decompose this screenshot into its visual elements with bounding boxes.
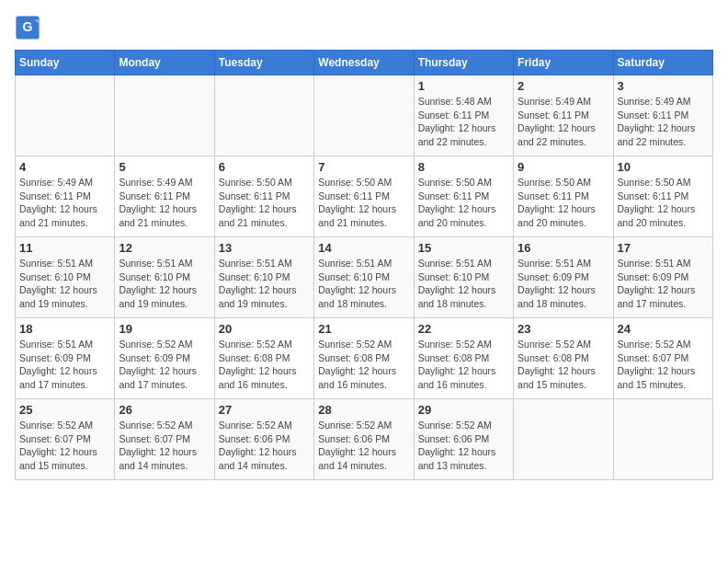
day-number: 11 [19,241,110,255]
day-info: Sunrise: 5:49 AMSunset: 6:11 PMDaylight:… [19,176,110,230]
day-number: 25 [19,403,110,417]
day-number: 23 [518,322,609,336]
header-row: SundayMondayTuesdayWednesdayThursdayFrid… [16,51,713,75]
day-info: Sunrise: 5:52 AMSunset: 6:06 PMDaylight:… [418,419,509,473]
day-number: 9 [518,160,609,174]
header-cell-thursday: Thursday [414,51,513,75]
day-info: Sunrise: 5:52 AMSunset: 6:07 PMDaylight:… [19,419,110,473]
day-number: 19 [119,322,210,336]
day-info: Sunrise: 5:51 AMSunset: 6:10 PMDaylight:… [19,257,110,311]
calendar-cell [613,399,712,480]
day-info: Sunrise: 5:48 AMSunset: 6:11 PMDaylight:… [418,95,509,149]
calendar-cell [115,75,214,156]
header-cell-friday: Friday [514,51,613,75]
calendar-week-3: 11Sunrise: 5:51 AMSunset: 6:10 PMDayligh… [16,237,713,318]
calendar-cell [314,75,414,156]
calendar-week-1: 1Sunrise: 5:48 AMSunset: 6:11 PMDaylight… [16,75,713,156]
day-number: 4 [19,160,110,174]
header-cell-wednesday: Wednesday [314,51,414,75]
day-info: Sunrise: 5:51 AMSunset: 6:09 PMDaylight:… [19,338,110,392]
calendar-cell: 19Sunrise: 5:52 AMSunset: 6:09 PMDayligh… [115,318,214,399]
calendar-cell: 8Sunrise: 5:50 AMSunset: 6:11 PMDaylight… [414,156,513,237]
svg-text:G: G [23,19,33,34]
day-info: Sunrise: 5:52 AMSunset: 6:08 PMDaylight:… [518,338,609,392]
day-info: Sunrise: 5:51 AMSunset: 6:10 PMDaylight:… [219,257,310,311]
calendar-cell: 12Sunrise: 5:51 AMSunset: 6:10 PMDayligh… [115,237,214,318]
logo-icon: G [15,15,40,40]
day-info: Sunrise: 5:49 AMSunset: 6:11 PMDaylight:… [119,176,210,230]
logo: G [15,15,44,40]
day-number: 28 [318,403,409,417]
calendar-body: 1Sunrise: 5:48 AMSunset: 6:11 PMDaylight… [16,75,713,480]
header-cell-sunday: Sunday [16,51,115,75]
day-number: 27 [219,403,310,417]
calendar-table: SundayMondayTuesdayWednesdayThursdayFrid… [15,50,713,480]
calendar-cell: 20Sunrise: 5:52 AMSunset: 6:08 PMDayligh… [214,318,313,399]
day-info: Sunrise: 5:50 AMSunset: 6:11 PMDaylight:… [318,176,409,230]
calendar-cell: 6Sunrise: 5:50 AMSunset: 6:11 PMDaylight… [214,156,313,237]
page-header: G [15,15,713,40]
day-number: 26 [119,403,210,417]
day-number: 1 [418,79,509,93]
calendar-cell: 28Sunrise: 5:52 AMSunset: 6:06 PMDayligh… [314,399,414,480]
calendar-cell: 11Sunrise: 5:51 AMSunset: 6:10 PMDayligh… [16,237,115,318]
calendar-cell: 10Sunrise: 5:50 AMSunset: 6:11 PMDayligh… [613,156,712,237]
calendar-cell: 5Sunrise: 5:49 AMSunset: 6:11 PMDaylight… [115,156,214,237]
day-number: 10 [618,160,709,174]
calendar-cell: 7Sunrise: 5:50 AMSunset: 6:11 PMDaylight… [314,156,414,237]
calendar-cell: 14Sunrise: 5:51 AMSunset: 6:10 PMDayligh… [314,237,414,318]
calendar-cell [214,75,313,156]
day-number: 7 [318,160,409,174]
day-info: Sunrise: 5:51 AMSunset: 6:09 PMDaylight:… [618,257,709,311]
calendar-cell: 15Sunrise: 5:51 AMSunset: 6:10 PMDayligh… [414,237,513,318]
calendar-cell: 16Sunrise: 5:51 AMSunset: 6:09 PMDayligh… [514,237,613,318]
day-number: 24 [618,322,709,336]
calendar-week-5: 25Sunrise: 5:52 AMSunset: 6:07 PMDayligh… [16,399,713,480]
calendar-cell: 29Sunrise: 5:52 AMSunset: 6:06 PMDayligh… [414,399,513,480]
calendar-cell: 24Sunrise: 5:52 AMSunset: 6:07 PMDayligh… [613,318,712,399]
calendar-cell: 18Sunrise: 5:51 AMSunset: 6:09 PMDayligh… [16,318,115,399]
day-info: Sunrise: 5:51 AMSunset: 6:10 PMDaylight:… [318,257,409,311]
day-info: Sunrise: 5:50 AMSunset: 6:11 PMDaylight:… [618,176,709,230]
day-number: 12 [119,241,210,255]
calendar-cell [514,399,613,480]
calendar-week-4: 18Sunrise: 5:51 AMSunset: 6:09 PMDayligh… [16,318,713,399]
calendar-cell: 17Sunrise: 5:51 AMSunset: 6:09 PMDayligh… [613,237,712,318]
day-info: Sunrise: 5:50 AMSunset: 6:11 PMDaylight:… [518,176,609,230]
header-cell-tuesday: Tuesday [214,51,313,75]
day-info: Sunrise: 5:51 AMSunset: 6:09 PMDaylight:… [518,257,609,311]
day-info: Sunrise: 5:51 AMSunset: 6:10 PMDaylight:… [119,257,210,311]
day-info: Sunrise: 5:52 AMSunset: 6:07 PMDaylight:… [618,338,709,392]
day-number: 20 [219,322,310,336]
day-number: 2 [518,79,609,93]
day-number: 17 [618,241,709,255]
day-number: 22 [418,322,509,336]
calendar-cell: 1Sunrise: 5:48 AMSunset: 6:11 PMDaylight… [414,75,513,156]
calendar-week-2: 4Sunrise: 5:49 AMSunset: 6:11 PMDaylight… [16,156,713,237]
day-number: 3 [618,79,709,93]
calendar-cell: 27Sunrise: 5:52 AMSunset: 6:06 PMDayligh… [214,399,313,480]
calendar-cell: 3Sunrise: 5:49 AMSunset: 6:11 PMDaylight… [613,75,712,156]
day-info: Sunrise: 5:49 AMSunset: 6:11 PMDaylight:… [518,95,609,149]
calendar-cell: 9Sunrise: 5:50 AMSunset: 6:11 PMDaylight… [514,156,613,237]
day-info: Sunrise: 5:52 AMSunset: 6:08 PMDaylight:… [418,338,509,392]
calendar-cell: 2Sunrise: 5:49 AMSunset: 6:11 PMDaylight… [514,75,613,156]
day-number: 15 [418,241,509,255]
calendar-cell: 22Sunrise: 5:52 AMSunset: 6:08 PMDayligh… [414,318,513,399]
calendar-cell: 26Sunrise: 5:52 AMSunset: 6:07 PMDayligh… [115,399,214,480]
day-info: Sunrise: 5:49 AMSunset: 6:11 PMDaylight:… [618,95,709,149]
day-number: 13 [219,241,310,255]
day-number: 29 [418,403,509,417]
header-cell-saturday: Saturday [613,51,712,75]
day-info: Sunrise: 5:52 AMSunset: 6:07 PMDaylight:… [119,419,210,473]
day-info: Sunrise: 5:51 AMSunset: 6:10 PMDaylight:… [418,257,509,311]
calendar-header: SundayMondayTuesdayWednesdayThursdayFrid… [16,51,713,75]
day-info: Sunrise: 5:52 AMSunset: 6:06 PMDaylight:… [318,419,409,473]
day-number: 6 [219,160,310,174]
calendar-cell: 21Sunrise: 5:52 AMSunset: 6:08 PMDayligh… [314,318,414,399]
calendar-cell: 4Sunrise: 5:49 AMSunset: 6:11 PMDaylight… [16,156,115,237]
day-number: 8 [418,160,509,174]
calendar-cell [16,75,115,156]
calendar-cell: 25Sunrise: 5:52 AMSunset: 6:07 PMDayligh… [16,399,115,480]
day-info: Sunrise: 5:52 AMSunset: 6:06 PMDaylight:… [219,419,310,473]
